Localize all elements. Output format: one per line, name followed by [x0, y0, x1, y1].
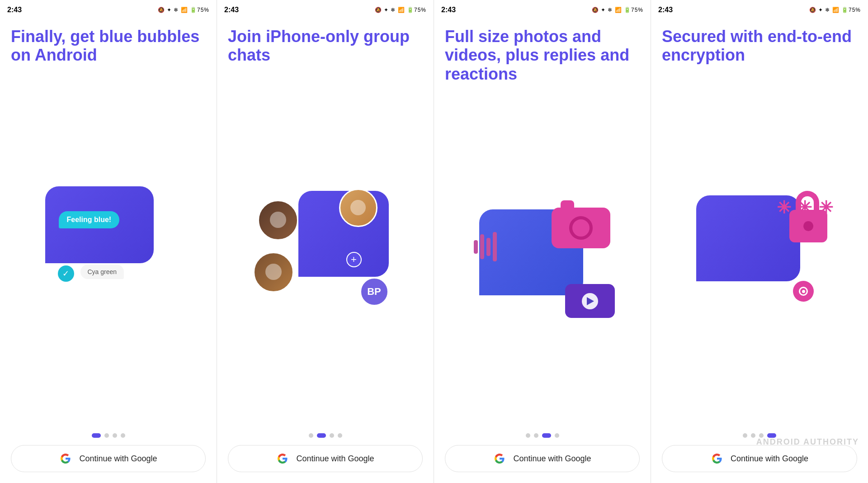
- google-btn-label-1: Continue with Google: [79, 454, 157, 464]
- lock-keyhole: [803, 221, 813, 231]
- headline-3: Full size photos and videos, plus replie…: [445, 27, 640, 83]
- feeling-blue-bubble: Feeling blue!: [59, 211, 120, 228]
- status-time-2: 2:43: [224, 6, 239, 14]
- dot-2-4: [338, 433, 342, 438]
- status-icons-4: 🔕 ✦ ❄ 📶 🔋75%: [809, 7, 861, 13]
- status-time-3: 2:43: [441, 6, 456, 14]
- dots-3: [445, 433, 640, 438]
- bottom-area-3: Continue with Google: [434, 426, 651, 483]
- phone-screen-3: 2:43 🔕 ✦ ❄ 📶 🔋75% Full size photos and v…: [434, 0, 651, 483]
- status-bar-3: 2:43 🔕 ✦ ❄ 📶 🔋75%: [434, 0, 651, 18]
- google-signin-button-3[interactable]: Continue with Google: [445, 445, 640, 472]
- illustration-3: [445, 92, 640, 426]
- dot-3-4: [555, 433, 559, 438]
- google-signin-button-4[interactable]: Continue with Google: [662, 445, 857, 472]
- bubble-container-1: Feeling blue! ✓ Cya green: [32, 186, 185, 313]
- content-2: Join iPhone-only group chats + BP: [217, 18, 434, 426]
- waveform: [474, 232, 497, 261]
- dot-3-3: [542, 433, 551, 438]
- status-bar-1: 2:43 🔕 ✦ ❄ 📶 🔋75%: [0, 0, 217, 18]
- dot-2-3: [330, 433, 334, 438]
- status-time-1: 2:43: [7, 6, 22, 14]
- bottom-area-4: Continue with Google: [651, 426, 868, 483]
- google-btn-label-2: Continue with Google: [296, 454, 374, 464]
- dot-1-1: [92, 433, 101, 438]
- content-4: Secured with end-to-end encryption ✳ ✳ ✳: [651, 18, 868, 426]
- bottom-area-1: Continue with Google: [0, 426, 217, 483]
- status-bar-4: 2:43 🔕 ✦ ❄ 📶 🔋75%: [651, 0, 868, 18]
- status-time-4: 2:43: [658, 6, 673, 14]
- dots-1: [11, 433, 206, 438]
- dots-2: [228, 433, 423, 438]
- dot-4-2: [751, 433, 755, 438]
- avatar-2: [253, 252, 294, 293]
- google-g-icon-2: [276, 452, 289, 465]
- dot-2-1: [309, 433, 313, 438]
- status-icons-2: 🔕 ✦ ❄ 📶 🔋75%: [375, 7, 426, 13]
- google-btn-label-3: Continue with Google: [513, 454, 591, 464]
- bp-badge: BP: [360, 277, 389, 306]
- dot-2-2: [317, 433, 326, 438]
- camera-icon: [552, 200, 615, 250]
- illustration-4: ✳ ✳ ✳: [662, 74, 857, 426]
- watermark: ANDROID AUTHORITY: [756, 437, 859, 447]
- dot-1-3: [113, 433, 117, 438]
- cya-green-bubble: Cya green: [80, 265, 124, 279]
- eye-badge: [793, 281, 814, 302]
- bubble-container-4: ✳ ✳ ✳: [683, 186, 836, 313]
- status-icons-1: 🔕 ✦ ❄ 📶 🔋75%: [158, 7, 209, 13]
- status-bar-2: 2:43 🔕 ✦ ❄ 📶 🔋75%: [217, 0, 434, 18]
- google-signin-button-2[interactable]: Continue with Google: [228, 445, 423, 472]
- bubble-container-2: + BP: [249, 186, 402, 313]
- avatar-1: [258, 200, 298, 241]
- google-btn-label-4: Continue with Google: [731, 454, 808, 464]
- content-3: Full size photos and videos, plus replie…: [434, 18, 651, 426]
- check-circle: ✓: [58, 265, 74, 282]
- content-1: Finally, get blue bubbles on Android Fee…: [0, 18, 217, 426]
- google-g-icon-1: [59, 452, 72, 465]
- illustration-1: Feeling blue! ✓ Cya green: [11, 74, 206, 426]
- headline-1: Finally, get blue bubbles on Android: [11, 27, 206, 65]
- headline-2: Join iPhone-only group chats: [228, 27, 423, 65]
- dot-3-1: [526, 433, 530, 438]
- phone-screen-1: 2:43 🔕 ✦ ❄ 📶 🔋75% Finally, get blue bubb…: [0, 0, 217, 483]
- google-signin-button-1[interactable]: Continue with Google: [11, 445, 206, 472]
- dot-3-2: [534, 433, 538, 438]
- plus-badge: +: [346, 252, 362, 267]
- google-g-icon-4: [711, 452, 723, 465]
- status-icons-3: 🔕 ✦ ❄ 📶 🔋75%: [592, 7, 643, 13]
- phone-screen-2: 2:43 🔕 ✦ ❄ 📶 🔋75% Join iPhone-only group…: [217, 0, 434, 483]
- dot-4-1: [743, 433, 747, 438]
- headline-4: Secured with end-to-end encryption: [662, 27, 857, 65]
- bottom-area-2: Continue with Google: [217, 426, 434, 483]
- play-button: [582, 293, 598, 309]
- dot-1-4: [121, 433, 125, 438]
- video-thumbnail: [565, 284, 615, 318]
- google-g-icon-3: [493, 452, 506, 465]
- avatar-3: [339, 189, 377, 227]
- asterisks-decoration: ✳ ✳ ✳: [777, 198, 834, 218]
- dot-1-2: [104, 433, 109, 438]
- bubble-container-3: [466, 196, 619, 322]
- phone-screen-4: 2:43 🔕 ✦ ❄ 📶 🔋75% Secured with end-to-en…: [651, 0, 868, 483]
- illustration-2: + BP: [228, 74, 423, 426]
